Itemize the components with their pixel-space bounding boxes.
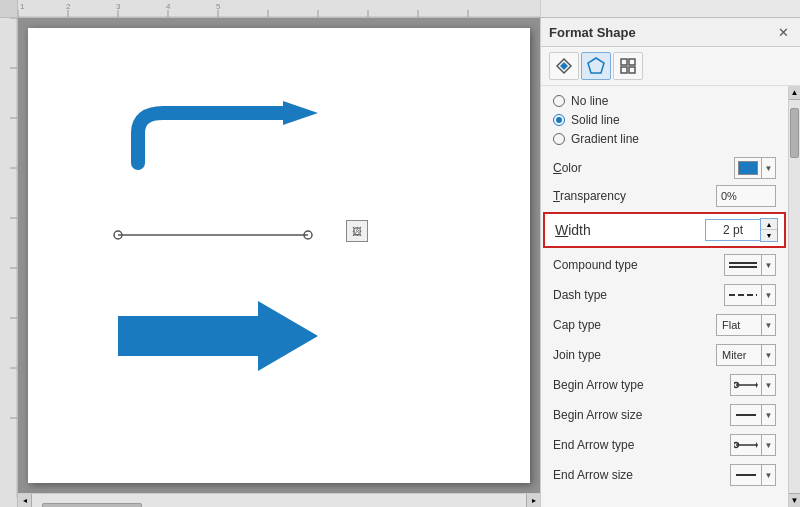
begin-arrow-size-icon [734, 409, 758, 421]
vscroll-down-btn[interactable]: ▼ [789, 493, 800, 507]
dash-type-label: Dash type [553, 288, 724, 302]
width-spin-up-btn[interactable]: ▲ [761, 219, 777, 230]
svg-text:4: 4 [166, 2, 171, 11]
vscroll-track [789, 100, 800, 493]
begin-arrow-size-ctrl[interactable]: ▼ [730, 404, 776, 426]
gradient-line-radio-circle [553, 133, 565, 145]
width-label: Width [551, 222, 705, 238]
width-row: Width 2 pt ▲ ▼ [543, 212, 786, 248]
compound-type-label: Compound type [553, 258, 724, 272]
curved-arrow-shape[interactable] [118, 93, 338, 186]
end-arrow-size-ctrl[interactable]: ▼ [730, 464, 776, 486]
canvas-page: 🖼 [28, 28, 530, 483]
join-type-ctrl[interactable]: Miter ▼ [716, 344, 776, 366]
panel-ruler-space [540, 0, 800, 17]
end-arrow-dropdown-arrow[interactable]: ▼ [761, 434, 775, 456]
no-line-radio-circle [553, 95, 565, 107]
begin-arrow-type-row: Begin Arrow type ▼ [541, 370, 788, 400]
solid-line-label: Solid line [571, 113, 620, 127]
block-arrow-shape[interactable] [118, 296, 338, 379]
dash-type-ctrl[interactable]: ▼ [724, 284, 776, 306]
solid-line-radio[interactable]: Solid line [553, 113, 776, 127]
svg-text:1: 1 [20, 2, 25, 11]
begin-arrow-size-row: Begin Arrow size ▼ [541, 400, 788, 430]
compound-type-value [725, 254, 761, 276]
color-dropdown-arrow[interactable]: ▼ [761, 157, 775, 179]
begin-arrow-dropdown-arrow[interactable]: ▼ [761, 374, 775, 396]
cap-dropdown-arrow[interactable]: ▼ [761, 314, 775, 336]
color-picker-btn[interactable]: ▼ [734, 157, 776, 179]
compound-dropdown-arrow[interactable]: ▼ [761, 254, 775, 276]
compound-type-row: Compound type ▼ [541, 250, 788, 280]
dash-line-icon [729, 292, 757, 298]
hscroll-right-btn[interactable]: ▸ [526, 494, 540, 508]
begin-arrow-size-label: Begin Arrow size [553, 408, 730, 422]
end-arrow-size-icon [734, 469, 758, 481]
end-arrow-size-row: End Arrow size ▼ [541, 460, 788, 490]
canvas-area: 🖼 ◂ ▸ [18, 18, 540, 507]
vscroll-thumb[interactable] [790, 108, 799, 158]
end-arrow-type-ctrl[interactable]: ▼ [730, 434, 776, 456]
svg-rect-36 [621, 67, 627, 73]
panel-close-button[interactable]: ✕ [774, 23, 792, 41]
no-line-radio[interactable]: No line [553, 94, 776, 108]
transparency-row: Transparency 0% [541, 182, 788, 210]
layout-tab-button[interactable] [613, 52, 643, 80]
line-tab-button[interactable] [581, 52, 611, 80]
join-dropdown-arrow[interactable]: ▼ [761, 344, 775, 366]
end-arrow-type-label: End Arrow type [553, 438, 730, 452]
panel-icon-tabs [541, 47, 800, 86]
layout-icon [620, 58, 636, 74]
begin-arrow-size-dropdown[interactable]: ▼ [761, 404, 775, 426]
fill-tab-button[interactable] [549, 52, 579, 80]
transparency-label: Transparency [553, 189, 716, 203]
color-swatch [738, 161, 758, 175]
dash-dropdown-arrow[interactable]: ▼ [761, 284, 775, 306]
end-arrow-size-label: End Arrow size [553, 468, 730, 482]
panel-title: Format Shape [549, 25, 636, 40]
ruler-corner [0, 0, 18, 17]
begin-arrow-type-ctrl[interactable]: ▼ [730, 374, 776, 396]
image-icon[interactable]: 🖼 [346, 220, 368, 242]
transparency-value[interactable]: 0% [716, 185, 776, 207]
hscrollbar: ◂ ▸ [18, 493, 540, 507]
gradient-line-radio[interactable]: Gradient line [553, 132, 776, 146]
solid-line-radio-dot [556, 117, 562, 123]
solid-line-radio-circle [553, 114, 565, 126]
format-shape-panel: Format Shape ✕ [540, 18, 800, 507]
color-row: Color ▼ [541, 154, 788, 182]
join-type-value: Miter [717, 349, 761, 361]
svg-text:2: 2 [66, 2, 71, 11]
compound-type-ctrl[interactable]: ▼ [724, 254, 776, 276]
svg-marker-33 [588, 58, 604, 73]
cap-type-ctrl[interactable]: Flat ▼ [716, 314, 776, 336]
begin-arrow-size-value [731, 404, 761, 426]
straight-line-shape[interactable]: 🖼 [108, 220, 338, 253]
begin-arrow-type-label: Begin Arrow type [553, 378, 730, 392]
line-type-radio-group: No line Solid line Gradient line [541, 86, 788, 154]
no-line-label: No line [571, 94, 608, 108]
panel-titlebar: Format Shape ✕ [541, 18, 800, 47]
svg-marker-46 [756, 442, 758, 448]
join-type-label: Join type [553, 348, 716, 362]
svg-rect-34 [621, 59, 627, 65]
width-control: 2 pt ▲ ▼ [705, 218, 778, 242]
vscroll-up-btn[interactable]: ▲ [789, 86, 800, 100]
width-spin-down-btn[interactable]: ▼ [761, 230, 777, 241]
panel-vscrollbar: ▲ ▼ [788, 86, 800, 507]
hscroll-thumb[interactable] [42, 503, 142, 508]
svg-marker-26 [283, 101, 318, 125]
hscroll-left-btn[interactable]: ◂ [18, 494, 32, 508]
svg-text:5: 5 [216, 2, 221, 11]
end-arrow-type-value [731, 434, 761, 456]
ruler-top: 1 2 3 4 5 [18, 0, 540, 17]
fill-icon [555, 57, 573, 75]
svg-marker-32 [560, 62, 568, 70]
end-arrow-icon [734, 439, 758, 451]
panel-content-area: No line Solid line Gradient line [541, 86, 800, 507]
width-value-field[interactable]: 2 pt [705, 219, 760, 241]
end-arrow-size-dropdown[interactable]: ▼ [761, 464, 775, 486]
width-spinner: ▲ ▼ [760, 218, 778, 242]
end-arrow-type-row: End Arrow type ▼ [541, 430, 788, 460]
begin-arrow-type-value [731, 374, 761, 396]
